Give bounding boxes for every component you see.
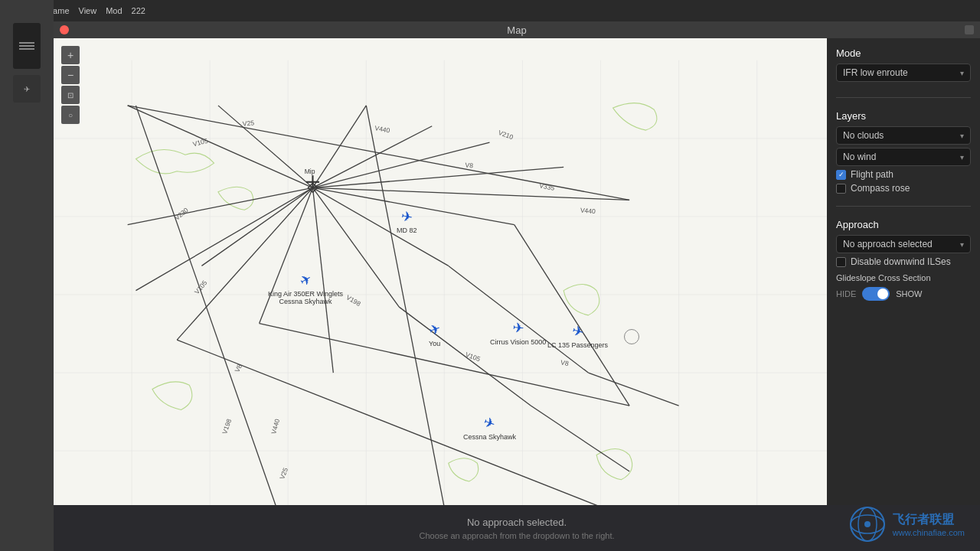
glideslope-toggle-row: HIDE SHOW (836, 287, 971, 301)
svg-line-33 (366, 106, 448, 529)
svg-line-38 (588, 373, 678, 406)
map-svg: V105 V25 V440 V8 V230 V105 V198 V8 V440 … (54, 38, 827, 551)
right-panel: Mode IFR low enroute ▾ Layers No clouds … (827, 38, 980, 551)
svg-line-36 (531, 406, 629, 471)
divider-1 (836, 97, 971, 98)
svg-text:V8: V8 (234, 363, 244, 373)
wind-chevron-icon: ▾ (960, 153, 964, 161)
disable-ils-label: Disable downwind ILSes (851, 256, 951, 267)
watermark: 飞行者联盟 www.chinafiae.com (848, 505, 965, 543)
svg-line-21 (260, 187, 313, 323)
wind-dropdown[interactable]: No wind ▾ (836, 148, 971, 166)
approach-chevron-icon: ▾ (960, 240, 964, 249)
layers-title: Layers (836, 110, 971, 122)
bottom-main-text: No approach selected. (467, 517, 567, 528)
mode-chevron-icon: ▾ (960, 69, 964, 77)
glideslope-section: Glideslope Cross Section HIDE SHOW (836, 273, 971, 301)
watermark-url: www.chinafiae.com (893, 528, 965, 537)
glideslope-toggle[interactable] (862, 287, 890, 301)
svg-text:V25: V25 (242, 119, 254, 127)
os-mod-menu[interactable]: Mod (106, 6, 122, 15)
zoom-fit-button[interactable]: ⊡ (61, 86, 80, 104)
approach-section: Approach No approach selected ▾ Disable … (836, 219, 971, 301)
watermark-text-group: 飞行者联盟 www.chinafiae.com (893, 512, 965, 537)
svg-text:V105: V105 (465, 350, 482, 363)
svg-text:V440: V440 (270, 418, 281, 435)
watermark-brand: 飞行者联盟 (893, 512, 965, 528)
svg-line-24 (136, 187, 312, 290)
layers-section: Layers No clouds ▾ No wind ▾ Flight path… (836, 110, 971, 194)
clouds-dropdown[interactable]: No clouds ▾ (836, 126, 971, 145)
os-extra: 222 (132, 6, 145, 15)
approach-title: Approach (836, 219, 971, 230)
clouds-chevron-icon: ▾ (960, 132, 964, 140)
svg-text:V198: V198 (345, 293, 362, 308)
hide-label: HIDE (836, 289, 856, 298)
svg-text:V440: V440 (580, 207, 596, 216)
svg-text:V335: V335 (539, 181, 556, 191)
mode-title: Mode (836, 47, 971, 59)
glideslope-title: Glideslope Cross Section (836, 273, 971, 282)
main-window: V105 V25 V440 V8 V230 V105 V198 V8 V440 … (54, 38, 980, 551)
title-bar: Map (54, 21, 980, 38)
close-button[interactable] (60, 25, 69, 34)
expand-button[interactable] (965, 25, 974, 34)
svg-text:V25: V25 (278, 466, 289, 480)
compass-rose-checkbox[interactable] (836, 184, 846, 194)
svg-point-63 (864, 521, 871, 527)
svg-text:V210: V210 (498, 129, 514, 141)
svg-line-28 (312, 187, 514, 224)
svg-line-14 (128, 106, 313, 187)
svg-line-22 (201, 187, 312, 266)
flight-path-checkbox[interactable] (836, 170, 846, 180)
flight-path-row[interactable]: Flight path (836, 169, 971, 180)
window-title: Map (507, 24, 526, 36)
mode-dropdown-value: IFR low enroute (843, 67, 908, 78)
disable-ils-checkbox[interactable] (836, 257, 846, 267)
map-circle-symbol (624, 329, 639, 344)
watermark-logo (848, 505, 887, 543)
toggle-thumb (877, 289, 888, 299)
compass-rose-label: Compass rose (851, 183, 910, 194)
mode-dropdown[interactable]: IFR low enroute ▾ (836, 64, 971, 82)
zoom-in-button[interactable]: + (61, 46, 80, 64)
svg-line-25 (312, 187, 333, 373)
left-sidebar: ✈ (0, 0, 54, 551)
zoom-controls[interactable]: + − ⊡ ○ (61, 46, 80, 124)
svg-text:V105: V105 (193, 279, 209, 295)
wind-dropdown-value: No wind (843, 152, 876, 162)
svg-text:V8: V8 (465, 161, 474, 169)
compass-rose-row[interactable]: Compass rose (836, 183, 971, 194)
approach-dropdown-value: No approach selected (843, 239, 933, 249)
svg-line-34 (514, 225, 629, 406)
svg-text:Mip: Mip (305, 168, 315, 175)
show-label: SHOW (896, 289, 922, 298)
mode-section: Mode IFR low enroute ▾ (836, 47, 971, 85)
os-top-bar: ⊞ File Frame View Mod 222 (0, 0, 980, 21)
bottom-bar: No approach selected. Choose an approach… (54, 505, 980, 551)
divider-2 (836, 206, 971, 207)
svg-text:V8: V8 (560, 358, 570, 367)
svg-line-15 (218, 106, 313, 187)
clouds-dropdown-value: No clouds (843, 130, 884, 141)
os-view-menu[interactable]: View (79, 6, 97, 15)
svg-line-16 (312, 106, 366, 187)
disable-ils-row[interactable]: Disable downwind ILSes (836, 256, 971, 267)
bottom-sub-text: Choose an approach from the dropdown to … (420, 531, 615, 540)
flight-path-label: Flight path (851, 169, 893, 180)
svg-line-27 (312, 187, 448, 266)
svg-text:V230: V230 (173, 206, 190, 222)
map-area[interactable]: V105 V25 V440 V8 V230 V105 V198 V8 V440 … (54, 38, 827, 551)
approach-dropdown[interactable]: No approach selected ▾ (836, 235, 971, 253)
zoom-out-button[interactable]: − (61, 66, 80, 84)
svg-line-20 (312, 187, 629, 200)
zoom-reset-button[interactable]: ○ (61, 106, 80, 124)
svg-text:V198: V198 (220, 418, 233, 435)
svg-line-19 (312, 167, 564, 187)
svg-text:V440: V440 (374, 124, 391, 134)
